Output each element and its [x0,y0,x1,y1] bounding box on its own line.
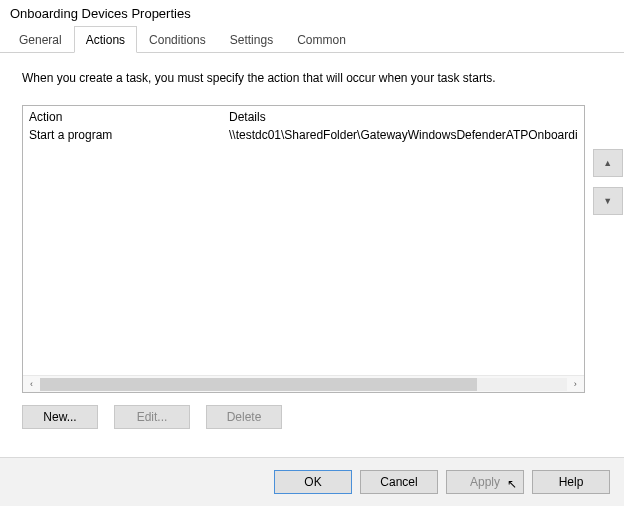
dialog-footer: OK Cancel Apply ↖ Help [0,458,624,506]
list-row[interactable]: Start a program \\testdc01\SharedFolder\… [29,128,578,144]
mouse-cursor-icon: ↖ [507,477,517,491]
list-action-buttons: New... Edit... Delete [22,405,604,429]
chevron-up-icon: ▲ [603,158,612,168]
chevron-down-icon: ▼ [603,196,612,206]
actions-list[interactable]: Action Details Start a program \\testdc0… [22,105,585,393]
edit-button[interactable]: Edit... [114,405,190,429]
instruction-text: When you create a task, you must specify… [22,71,604,85]
tab-common[interactable]: Common [285,26,358,53]
new-button[interactable]: New... [22,405,98,429]
col-header-action[interactable]: Action [29,110,229,124]
apply-button[interactable]: Apply ↖ [446,470,524,494]
col-header-details[interactable]: Details [229,110,578,124]
tab-strip: General Actions Conditions Settings Comm… [0,25,624,53]
actions-panel: When you create a task, you must specify… [0,53,624,439]
tab-actions[interactable]: Actions [74,26,137,53]
scroll-track[interactable] [40,378,567,391]
apply-label: Apply [470,475,500,489]
reorder-buttons: ▲ ▼ [593,105,623,393]
move-up-button[interactable]: ▲ [593,149,623,177]
window-title: Onboarding Devices Properties [0,0,624,25]
tab-settings[interactable]: Settings [218,26,285,53]
tab-conditions[interactable]: Conditions [137,26,218,53]
horizontal-scrollbar[interactable]: ‹ › [23,375,584,392]
list-body[interactable]: Start a program \\testdc01\SharedFolder\… [23,128,584,375]
help-button[interactable]: Help [532,470,610,494]
delete-button[interactable]: Delete [206,405,282,429]
tab-general[interactable]: General [7,26,74,53]
cancel-button[interactable]: Cancel [360,470,438,494]
ok-button[interactable]: OK [274,470,352,494]
scroll-thumb[interactable] [40,378,477,391]
move-down-button[interactable]: ▼ [593,187,623,215]
row-action: Start a program [29,128,229,142]
row-details: \\testdc01\SharedFolder\GatewayWindowsDe… [229,128,578,142]
scroll-left-icon[interactable]: ‹ [23,376,40,393]
scroll-right-icon[interactable]: › [567,376,584,393]
list-header: Action Details [23,106,584,128]
